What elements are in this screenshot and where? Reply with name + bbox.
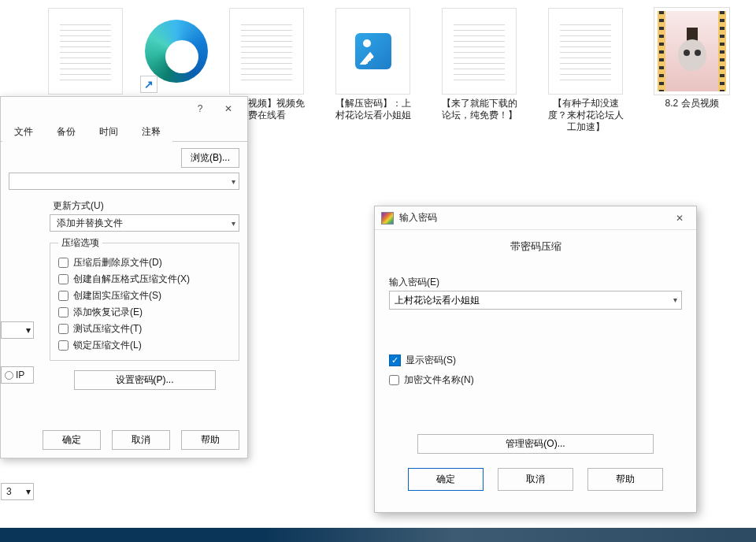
update-mode-combo[interactable]: 添加并替换文件 ▾ xyxy=(50,214,239,232)
opt-sfx[interactable]: 创建自解压格式压缩文件(X) xyxy=(58,273,231,286)
file-label: 8.2 会员视频 xyxy=(665,98,718,110)
dialog-heading: 带密码压缩 xyxy=(389,239,682,254)
document-icon xyxy=(229,8,304,95)
chevron-down-icon: ▾ xyxy=(673,295,677,304)
close-icon[interactable]: ✕ xyxy=(669,209,690,228)
svg-point-1 xyxy=(678,39,706,71)
dialog-titlebar[interactable]: 输入密码 ✕ xyxy=(375,206,696,230)
file-label: 【来了就能下载的论坛，纯免费！】 xyxy=(439,98,521,121)
tab-comment[interactable]: 注释 xyxy=(130,121,172,142)
chevron-down-icon: ▾ xyxy=(232,177,235,186)
tab-time[interactable]: 时间 xyxy=(87,121,130,142)
archive-name-combo[interactable]: ▾ xyxy=(9,173,239,190)
tab-bar: 文件 备份 时间 注释 xyxy=(1,121,247,142)
winrar-icon xyxy=(381,212,394,225)
file-item[interactable]: 【来了就能下载的论坛，纯免费！】 xyxy=(438,8,521,142)
compression-dialog: ? ✕ 文件 备份 时间 注释 浏览(B)... ▾ 更新方式(U) 添加并替换… xyxy=(0,96,248,458)
video-thumbnail-icon xyxy=(654,8,729,95)
ok-button[interactable]: 确定 xyxy=(43,430,101,450)
file-label: 【有种子却没速度？来村花论坛人工加速】 xyxy=(545,98,627,133)
dialog-titlebar[interactable]: ? ✕ xyxy=(1,97,247,121)
ok-button[interactable]: 确定 xyxy=(408,468,484,491)
file-item[interactable]: 【解压密码】：上村花论坛看小姐姐 xyxy=(332,8,414,142)
taskbar[interactable] xyxy=(0,528,756,542)
dialog-title: 输入密码 xyxy=(399,211,437,225)
tab-file[interactable]: 文件 xyxy=(2,121,45,142)
update-mode-label: 更新方式(U) xyxy=(53,199,239,213)
chevron-down-icon: ▾ xyxy=(232,219,235,228)
encrypt-filenames-checkbox[interactable]: 加密文件名称(N) xyxy=(389,373,682,387)
svg-point-3 xyxy=(695,50,701,56)
set-password-button[interactable]: 设置密码(P)... xyxy=(74,370,216,390)
file-item[interactable]: 【有种子却没速度？来村花论坛人工加速】 xyxy=(544,8,627,142)
format-zip-radio[interactable]: IP xyxy=(1,366,34,384)
password-input[interactable] xyxy=(389,291,682,310)
opt-recovery[interactable]: 添加恢复记录(E) xyxy=(58,306,231,319)
options-legend: 压缩选项 xyxy=(58,236,102,250)
password-input-label: 输入密码(E) xyxy=(389,276,682,289)
document-icon xyxy=(548,8,623,95)
help-icon[interactable]: ? xyxy=(186,99,214,118)
opt-lock[interactable]: 锁定压缩文件(L) xyxy=(58,339,231,352)
opt-test[interactable]: 测试压缩文件(T) xyxy=(58,322,231,336)
document-icon xyxy=(442,8,517,95)
help-button[interactable]: 帮助 xyxy=(181,430,239,450)
image-file-icon xyxy=(335,8,410,95)
opt-delete-after[interactable]: 压缩后删除原文件(D) xyxy=(58,256,231,269)
left-combo-3[interactable]: 3▾ xyxy=(1,483,34,500)
password-dialog: 输入密码 ✕ 带密码压缩 输入密码(E) ▾ ✓ 显示密码(S) 加密文件名称(… xyxy=(374,206,697,513)
compression-options-group: 压缩选项 压缩后删除原文件(D) 创建自解压格式压缩文件(X) 创建固实压缩文件… xyxy=(50,236,239,361)
tab-backup[interactable]: 备份 xyxy=(45,121,87,142)
shortcut-arrow-icon: ↗ xyxy=(140,76,158,93)
checkbox-checked-icon: ✓ xyxy=(389,355,401,366)
help-button[interactable]: 帮助 xyxy=(587,468,663,491)
file-label: 【解压密码】：上村花论坛看小姐姐 xyxy=(332,98,414,121)
browse-button[interactable]: 浏览(B)... xyxy=(181,148,239,168)
opt-solid[interactable]: 创建固实压缩文件(S) xyxy=(58,289,231,303)
update-mode-value: 添加并替换文件 xyxy=(54,217,123,230)
cancel-button[interactable]: 取消 xyxy=(498,468,573,491)
file-item-video[interactable]: 8.2 会员视频 xyxy=(650,8,733,142)
close-icon[interactable]: ✕ xyxy=(214,99,243,118)
left-combo-1[interactable]: ▾ xyxy=(1,321,34,339)
document-icon xyxy=(48,8,123,95)
edge-shortcut-icon: ↗ xyxy=(139,8,213,95)
svg-point-2 xyxy=(684,50,690,56)
manage-passwords-button[interactable]: 管理密码(O)... xyxy=(417,434,654,454)
cancel-button[interactable]: 取消 xyxy=(112,430,170,450)
show-password-checkbox[interactable]: ✓ 显示密码(S) xyxy=(389,354,682,367)
